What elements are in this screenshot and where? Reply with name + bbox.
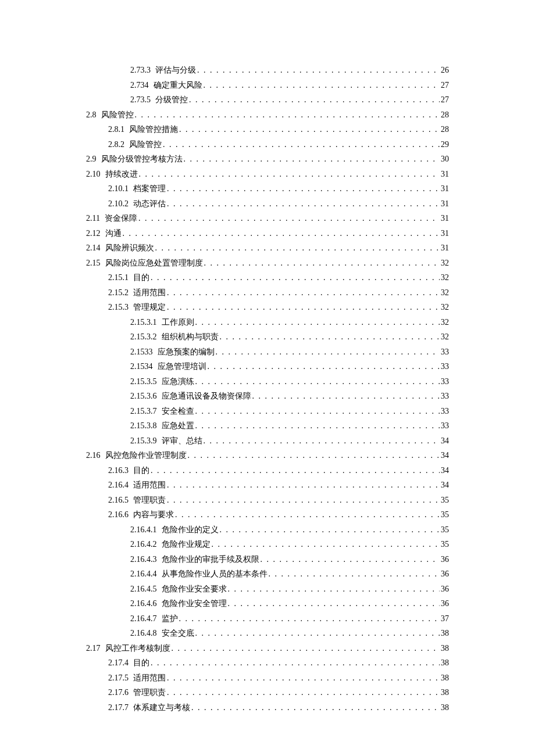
toc-title: 目的 [133,270,149,285]
toc-page-number: 33 [441,389,449,404]
toc-number: 2.16.4.1 [130,522,157,538]
toc-number: 2.16.6 [108,507,129,522]
toc-entry: 2.16.4.6危险作业安全管理36 [86,596,449,611]
toc-number: 2.15.3.8 [130,418,157,433]
toc-entry: 2.17.6管理职责38 [86,685,449,700]
toc-number: 2.15.3.2 [130,329,157,345]
toc-number: 2.16.4.2 [130,537,157,552]
toc-title: 危险作业安全要求 [162,582,227,597]
toc-number: 2.73.5 [130,92,151,108]
toc-title: 体系建立与考核 [133,700,190,715]
toc-title: 危险作业的审批手续及权限 [162,552,259,567]
toc-title: 风险分级管控考核方法 [101,152,183,167]
toc-number: 2.17.5 [108,671,129,686]
toc-entry: 2.15.3管理规定32 [86,300,449,315]
toc-leader-dots [189,92,440,108]
toc-title: 风险管控 [101,108,134,123]
toc-leader-dots [208,359,440,374]
toc-entry: 2.16.5管理职责35 [86,493,449,508]
toc-title: 适用范围 [133,285,166,300]
toc-page-number: 36 [441,582,449,597]
toc-title: 危险作业规定 [162,537,211,552]
toc-title: 风险岗位应急处置管理制度 [105,256,203,271]
toc-title: 评审、总结 [162,433,202,449]
toc-title: 动态评估 [133,196,166,212]
toc-leader-dots [228,582,440,597]
toc-entry: 2.8.2风险管控29 [86,137,449,152]
toc-entry: 2.16.4.4从事危险作业人员的基本条件36 [86,567,449,582]
toc-leader-dots [204,433,440,449]
document-page: 2.73.3评估与分级262.734确定重大风险272.73.5分级管控272.… [0,0,535,756]
toc-entry: 2.16.4.1危险作业的定义35 [86,522,449,538]
toc-title: 适用范围 [133,478,166,493]
toc-page-number: 27 [441,92,449,108]
toc-entry: 2.16.6内容与要求35 [86,507,449,522]
toc-title: 监护 [162,611,178,626]
toc-entry: 2.15.3.6应急通讯设备及物资保障33 [86,389,449,404]
toc-title: 应急演练 [162,374,194,389]
toc-page-number: 34 [441,478,449,493]
toc-number: 2.10.2 [108,196,129,212]
toc-entry: 2.15.3.1工作原则32 [86,315,449,330]
toc-title: 适用范围 [133,671,166,686]
toc-number: 2.16.4.4 [130,567,157,582]
toc-entry: 2.15.3.2组织机构与职责32 [86,329,449,345]
toc-number: 2.16.3 [108,463,129,478]
toc-title: 应急预案的编制 [158,345,215,360]
toc-leader-dots [191,700,440,715]
toc-number: 2.73.3 [130,63,151,78]
toc-entry: 2.15.3.8应急处置33 [86,418,449,433]
toc-entry: 2.14风险辨识频次31 [86,241,449,256]
toc-page-number: 35 [441,522,449,538]
toc-entry: 2.15.3.7安全检查33 [86,404,449,419]
toc-page-number: 31 [441,226,449,241]
toc-title: 风控工作考核制度 [105,641,170,656]
toc-leader-dots [228,596,440,611]
toc-title: 从事危险作业人员的基本条件 [162,567,268,582]
toc-page-number: 34 [441,433,449,449]
toc-leader-dots [269,567,440,582]
toc-entry: 2.16风控危险作业管理制度34 [86,448,449,463]
toc-title: 确定重大风险 [154,78,202,93]
toc-leader-dots [195,374,440,389]
toc-entry: 2.15.3.9评审、总结34 [86,433,449,449]
toc-leader-dots [123,226,440,241]
toc-page-number: 36 [441,596,449,611]
toc-entry: 2.12沟通31 [86,226,449,241]
toc-entry: 2.15.3.5应急演练33 [86,374,449,389]
toc-page-number: 28 [441,108,449,123]
toc-page-number: 36 [441,552,449,567]
toc-leader-dots [220,329,440,345]
toc-entry: 2.16.4.2危险作业规定35 [86,537,449,552]
toc-entry: 2.10.2动态评估31 [86,196,449,212]
toc-leader-dots [167,478,440,493]
toc-page-number: 30 [441,152,449,167]
toc-number: 2.1534 [130,359,153,374]
toc-title: 组织机构与职责 [162,329,219,345]
toc-number: 2.16.4.3 [130,552,157,567]
toc-page-number: 33 [441,418,449,433]
toc-leader-dots [195,626,440,641]
toc-leader-dots [195,315,440,330]
toc-entry: 2.17.4目的38 [86,655,449,671]
toc-entry: 2.16.4.7监护37 [86,611,449,626]
toc-page-number: 37 [441,611,449,626]
toc-title: 危险作业安全管理 [162,596,227,611]
toc-page-number: 31 [441,167,449,182]
toc-number: 2.15.3 [108,300,129,315]
toc-page-number: 38 [441,685,449,700]
toc-number: 2.17.6 [108,685,129,700]
toc-entry: 2.15风险岗位应急处置管理制度32 [86,256,449,271]
toc-leader-dots [195,404,440,419]
toc-page-number: 32 [441,315,449,330]
toc-leader-dots [163,137,440,152]
toc-page-number: 38 [441,700,449,715]
toc-page-number: 32 [441,300,449,315]
toc-title: 内容与要求 [133,507,174,522]
toc-entry: 2.10.1档案管理31 [86,181,449,196]
toc-leader-dots [138,211,440,226]
toc-entry: 2.10持续改进31 [86,167,449,182]
toc-number: 2.15.1 [108,270,129,285]
toc-page-number: 32 [441,329,449,345]
toc-leader-dots [261,552,440,567]
